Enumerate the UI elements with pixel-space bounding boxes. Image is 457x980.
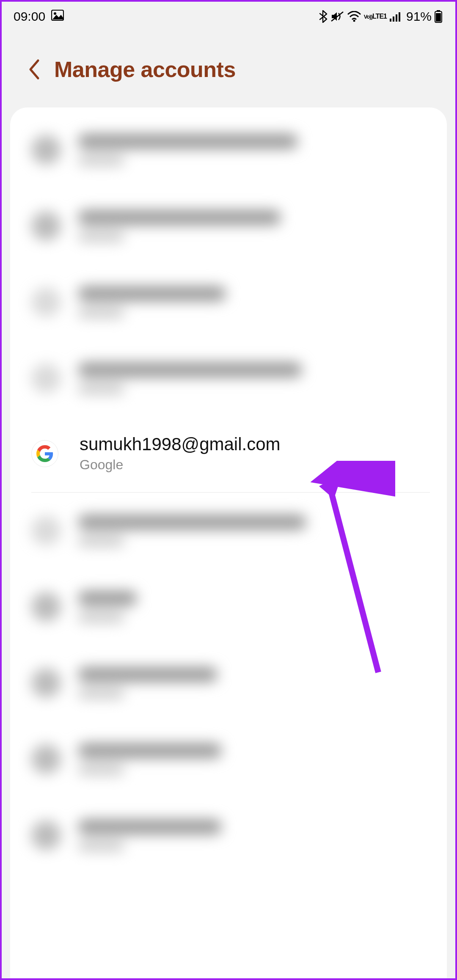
page-header: Manage accounts [2,31,455,107]
status-time: 09:00 [14,9,45,24]
account-text [78,819,430,851]
account-text: sumukh1998@gmail.com Google [80,434,430,473]
account-row-redacted[interactable] [10,493,447,569]
account-avatar [31,287,61,317]
svg-rect-4 [390,19,391,22]
account-row-redacted[interactable] [10,340,447,416]
account-text [78,134,430,166]
account-row-redacted[interactable] [10,645,447,721]
svg-rect-10 [436,13,441,22]
vibrate-mute-icon [330,10,344,23]
cell-signal-icon [389,11,402,22]
volte-icon: Vo))LTE1 [364,13,387,20]
battery-percent: 91% [406,9,432,24]
account-provider: Google [80,457,430,473]
account-avatar [31,516,61,545]
svg-point-3 [353,20,355,22]
status-bar-right: Vo))LTE1 91% [318,9,443,24]
account-row-redacted[interactable] [10,264,447,340]
account-avatar [31,820,61,850]
account-text [78,515,430,547]
account-text [78,667,430,699]
account-text [78,210,430,242]
focused-account-row[interactable]: sumukh1998@gmail.com Google [31,416,430,493]
svg-rect-5 [393,17,394,22]
account-avatar [31,592,61,622]
account-avatar [31,135,61,165]
svg-rect-6 [396,14,397,22]
svg-rect-7 [399,12,400,22]
account-row-redacted[interactable] [10,797,447,873]
back-button[interactable] [27,58,41,81]
account-avatar [31,668,61,698]
account-row-redacted[interactable] [10,721,447,797]
status-bar: 09:00 Vo))LTE1 91% [2,2,455,31]
account-email: sumukh1998@gmail.com [80,434,430,454]
page-title: Manage accounts [54,57,236,82]
account-row-redacted[interactable] [10,569,447,645]
account-avatar [31,744,61,774]
google-icon [31,440,58,467]
account-text [78,591,430,623]
accounts-card: sumukh1998@gmail.com Google [10,107,447,979]
battery-icon [434,10,443,23]
account-avatar [31,363,61,393]
svg-point-1 [54,12,56,15]
wifi-icon [347,11,361,22]
account-row-redacted[interactable] [10,188,447,264]
account-row-redacted[interactable] [10,112,447,188]
status-bar-left: 09:00 [14,9,64,24]
account-text [78,743,430,775]
bluetooth-icon [318,10,328,23]
picture-icon [51,9,64,24]
account-text [78,286,430,318]
account-avatar [31,211,61,241]
account-text [78,362,430,394]
